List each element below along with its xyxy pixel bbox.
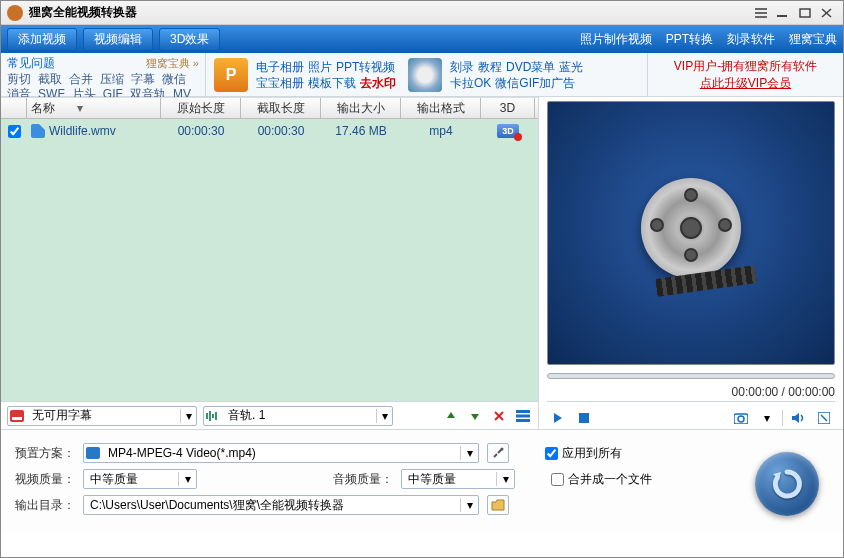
ribbon-link[interactable]: 宝宝相册 [256, 76, 304, 90]
chevron-down-icon[interactable]: ▾ [376, 409, 392, 423]
svg-rect-0 [755, 8, 767, 10]
preset-combo[interactable]: MP4-MPEG-4 Video(*.mp4) ▾ [83, 443, 479, 463]
snapshot-button[interactable] [730, 408, 752, 428]
header-cut[interactable]: 截取长度 [241, 98, 321, 118]
audio-icon [204, 410, 222, 422]
grid-body[interactable]: Wildlife.wmv 00:00:30 00:00:30 17.46 MB … [1, 119, 538, 401]
table-row[interactable]: Wildlife.wmv 00:00:30 00:00:30 17.46 MB … [1, 119, 538, 143]
preset-value: MP4-MPEG-4 Video(*.mp4) [102, 446, 460, 460]
svg-rect-11 [212, 414, 214, 418]
main-toolbar: 添加视频 视频编辑 3D效果 照片制作视频 PPT转换 刻录软件 狸窝宝典 [1, 25, 843, 53]
ribbon-link[interactable]: 刻录 [450, 60, 474, 74]
vq-value: 中等质量 [84, 471, 178, 488]
row-cut: 00:00:30 [241, 119, 321, 143]
vq-label: 视频质量： [15, 471, 75, 488]
chevron-down-icon[interactable]: ▾ [460, 498, 478, 512]
header-fmt[interactable]: 输出格式 [401, 98, 481, 118]
app-logo-icon [7, 5, 23, 21]
ribbon-link[interactable]: DVD菜单 [506, 60, 555, 74]
convert-button[interactable] [755, 452, 819, 516]
ribbon-link[interactable]: 蓝光 [559, 60, 583, 74]
preview-area[interactable] [547, 101, 835, 365]
faq-panel: 常见问题 狸窝宝典 » 剪切 截取 合并 压缩 字幕 微信 消音 SWF 片头 … [1, 53, 206, 96]
faq-title: 常见问题 [7, 55, 55, 72]
header-name[interactable]: 名称▾ [27, 98, 161, 118]
chevron-down-icon[interactable]: ▾ [178, 472, 196, 486]
ribbon: 常见问题 狸窝宝典 » 剪切 截取 合并 压缩 字幕 微信 消音 SWF 片头 … [1, 53, 843, 97]
fullscreen-button[interactable] [813, 408, 835, 428]
faq-item[interactable]: 字幕 [131, 72, 155, 86]
ribbon-link[interactable]: 微信GIF加广告 [495, 76, 575, 90]
minimize-icon[interactable] [773, 5, 793, 21]
chevron-down-icon[interactable]: ▾ [180, 409, 196, 423]
move-down-button[interactable] [466, 407, 484, 425]
subtitle-icon [8, 410, 26, 422]
aq-label: 音频质量： [333, 471, 393, 488]
player-controls: ▾ [547, 401, 835, 429]
header-check[interactable] [1, 98, 27, 118]
toolbar-link-burn[interactable]: 刻录软件 [727, 31, 775, 48]
main-area: 名称▾ 原始长度 截取长度 输出大小 输出格式 3D Wildlife.wmv … [1, 97, 843, 429]
header-size[interactable]: 输出大小 [321, 98, 401, 118]
svg-rect-7 [10, 410, 24, 422]
svg-point-20 [738, 416, 744, 422]
seek-bar[interactable] [547, 369, 835, 383]
preset-label: 预置方案： [15, 445, 75, 462]
remove-button[interactable] [490, 407, 508, 425]
ribbon-link[interactable]: PPT转视频 [336, 60, 395, 74]
add-video-button[interactable]: 添加视频 [7, 28, 77, 51]
faq-item[interactable]: 剪切 [7, 72, 31, 86]
chevron-down-icon[interactable]: ▾ [460, 446, 478, 460]
row-filename: Wildlife.wmv [49, 124, 116, 138]
preview-panel: 00:00:00 / 00:00:00 ▾ [539, 97, 843, 429]
faq-item[interactable]: 截取 [38, 72, 62, 86]
aq-value: 中等质量 [402, 471, 496, 488]
header-orig[interactable]: 原始长度 [161, 98, 241, 118]
vip-upgrade-link[interactable]: 点此升级VIP会员 [700, 75, 791, 92]
video-quality-combo[interactable]: 中等质量 ▾ [83, 469, 197, 489]
clear-button[interactable] [514, 407, 532, 425]
ribbon-link[interactable]: 模板下载 [308, 76, 356, 90]
3d-effect-button[interactable]: 3D效果 [159, 28, 220, 51]
close-icon[interactable] [817, 5, 837, 21]
play-button[interactable] [547, 408, 569, 428]
svg-rect-22 [86, 447, 100, 459]
ribbon-link[interactable]: 卡拉OK [450, 76, 491, 90]
ribbon-link[interactable]: 电子相册 [256, 60, 304, 74]
ribbon-link[interactable]: 照片 [308, 60, 332, 74]
mp4-icon [84, 447, 102, 459]
grid-header: 名称▾ 原始长度 截取长度 输出大小 输出格式 3D [1, 97, 538, 119]
ribbon-link[interactable]: 教程 [478, 60, 502, 74]
3d-badge-icon[interactable]: 3D [497, 124, 519, 138]
faq-item[interactable]: 微信 [162, 72, 186, 86]
merge-checkbox[interactable]: 合并成一个文件 [551, 471, 652, 488]
row-orig: 00:00:30 [161, 119, 241, 143]
ribbon-link-hot[interactable]: 去水印 [360, 76, 396, 90]
toolbar-link-guide[interactable]: 狸窝宝典 [789, 31, 837, 48]
apply-all-checkbox[interactable]: 应用到所有 [545, 445, 622, 462]
maximize-icon[interactable] [795, 5, 815, 21]
header-3d[interactable]: 3D [481, 98, 535, 118]
edit-video-button[interactable]: 视频编辑 [83, 28, 153, 51]
svg-rect-3 [777, 15, 787, 17]
menu-icon[interactable] [751, 5, 771, 21]
subtitle-combo[interactable]: 无可用字幕 ▾ [7, 406, 197, 426]
faq-item[interactable]: 合并 [69, 72, 93, 86]
stop-button[interactable] [573, 408, 595, 428]
toolbar-link-ppt[interactable]: PPT转换 [666, 31, 713, 48]
faq-more-link[interactable]: 狸窝宝典 » [146, 56, 199, 71]
snapshot-menu-button[interactable]: ▾ [756, 408, 778, 428]
ribbon-middle: P 电子相册照片PPT转视频 宝宝相册模板下载去水印 刻录教程DVD菜单蓝光 卡… [206, 53, 647, 96]
toolbar-link-photo[interactable]: 照片制作视频 [580, 31, 652, 48]
faq-item[interactable]: 压缩 [100, 72, 124, 86]
preset-settings-button[interactable] [487, 443, 509, 463]
time-display: 00:00:00 / 00:00:00 [547, 383, 835, 401]
row-checkbox[interactable] [8, 125, 21, 138]
audio-combo[interactable]: 音轨. 1 ▾ [203, 406, 393, 426]
audio-quality-combo[interactable]: 中等质量 ▾ [401, 469, 515, 489]
open-folder-button[interactable] [487, 495, 509, 515]
volume-button[interactable] [787, 408, 809, 428]
output-dir-combo[interactable]: C:\Users\User\Documents\狸窝\全能视频转换器 ▾ [83, 495, 479, 515]
chevron-down-icon[interactable]: ▾ [496, 472, 514, 486]
move-up-button[interactable] [442, 407, 460, 425]
